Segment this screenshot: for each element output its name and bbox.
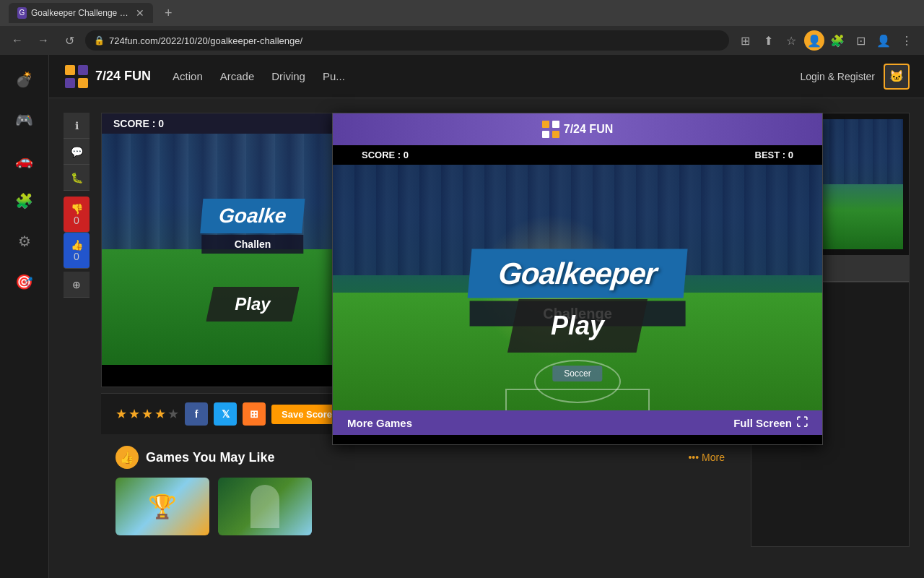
game-bg-front[interactable]: Goalkeeper Challenge Play bbox=[333, 165, 822, 410]
game-logo-icon bbox=[542, 121, 559, 138]
game-thumb-1[interactable]: 🏆 bbox=[116, 478, 209, 535]
more-link[interactable]: ••• More bbox=[688, 452, 725, 463]
profile-icon[interactable]: 👤 bbox=[873, 30, 894, 51]
section-header: 👍 Games You May Like ••• More bbox=[116, 446, 725, 469]
play-btn-container: Play bbox=[507, 299, 648, 353]
game-container: ℹ 💬 🐛 👎 0 👍 0 ⊕ bbox=[49, 98, 924, 561]
svg-rect-8 bbox=[552, 131, 559, 138]
sidebar-icon-gamepad[interactable]: 🎮 bbox=[12, 107, 38, 133]
goal-box bbox=[505, 389, 650, 410]
game-header-title: 7/24 FUN bbox=[564, 123, 613, 136]
browser-chrome: G Goalkeeper Challenge – 724fu... ✕ + ← … bbox=[0, 0, 924, 55]
game-frames: SCORE : 0 Goalke bbox=[101, 113, 664, 387]
site-nav: Action Arcade Driving Pu... bbox=[173, 70, 778, 82]
share-icon[interactable]: ⬆ bbox=[758, 30, 778, 51]
player-shape bbox=[250, 485, 279, 528]
user-avatar[interactable]: 🐱 bbox=[884, 64, 910, 90]
tab-close-icon[interactable]: ✕ bbox=[136, 7, 144, 19]
back-score-label: SCORE : 0 bbox=[113, 118, 164, 129]
sidebar-icon-target[interactable]: 🎯 bbox=[12, 269, 38, 295]
back-title-sub: Challen bbox=[235, 238, 271, 250]
logo-svg bbox=[64, 64, 90, 90]
game-chat-button[interactable]: 💬 bbox=[64, 139, 90, 165]
content-area: 7/24 FUN Action Arcade Driving Pu... Log… bbox=[49, 55, 924, 578]
game-main: SCORE : 0 Goalke bbox=[101, 113, 739, 547]
share-button[interactable]: ⊞ bbox=[243, 402, 266, 426]
game-bug-button[interactable]: 🐛 bbox=[64, 165, 90, 191]
tab-favicon: G bbox=[17, 7, 27, 19]
play-button[interactable]: Play bbox=[507, 299, 648, 353]
svg-rect-2 bbox=[78, 65, 88, 75]
game-thumb-2[interactable] bbox=[218, 478, 312, 535]
more-label: More bbox=[702, 452, 725, 463]
menu-icon[interactable]: ⋮ bbox=[897, 30, 917, 51]
extensions-icon[interactable]: 🧩 bbox=[827, 30, 847, 51]
svg-rect-5 bbox=[542, 121, 549, 128]
nav-more[interactable]: Pu... bbox=[323, 70, 345, 82]
more-games-button[interactable]: More Games bbox=[347, 417, 412, 429]
browser-tab[interactable]: G Goalkeeper Challenge – 724fu... ✕ bbox=[9, 3, 153, 23]
thumb-image-1: 🏆 bbox=[116, 478, 209, 535]
thumbs-down-icon: 👎 bbox=[71, 203, 83, 215]
nav-action[interactable]: Action bbox=[173, 70, 203, 82]
game-like-button[interactable]: 👍 0 bbox=[64, 233, 90, 269]
sidebar-icon-settings[interactable]: ⚙ bbox=[12, 228, 38, 254]
game-bottom-bar: More Games Full Screen ⛶ bbox=[333, 410, 822, 435]
section-title-wrapper: 👍 Games You May Like bbox=[116, 446, 274, 469]
tab-grid-icon[interactable]: ⊡ bbox=[850, 30, 871, 51]
games-section: 👍 Games You May Like ••• More 🏆 bbox=[101, 434, 739, 547]
game-logo-small: 7/24 FUN bbox=[542, 121, 613, 138]
nav-arcade[interactable]: Arcade bbox=[220, 70, 255, 82]
svg-rect-7 bbox=[542, 131, 549, 138]
back-button[interactable]: ← bbox=[7, 30, 27, 51]
svg-rect-1 bbox=[65, 65, 75, 75]
game-thumbnails: 🏆 bbox=[116, 478, 725, 535]
game-frame-front: 7/24 FUN SCORE : 0 BEST : 0 bbox=[332, 113, 823, 445]
site-header: 7/24 FUN Action Arcade Driving Pu... Log… bbox=[49, 55, 924, 98]
title-bg-blue: Goalkeeper bbox=[468, 249, 688, 298]
sidebar-icon-car[interactable]: 🚗 bbox=[12, 147, 38, 173]
sidebar-icon-bomb[interactable]: 💣 bbox=[12, 66, 38, 92]
refresh-button[interactable]: ↺ bbox=[59, 30, 79, 51]
avatar-icon[interactable]: 👤 bbox=[804, 30, 824, 51]
like-count: 0 bbox=[74, 251, 79, 262]
site-logo[interactable]: 7/24 FUN bbox=[64, 64, 151, 90]
star-3[interactable]: ★ bbox=[141, 406, 153, 422]
dislike-count: 0 bbox=[74, 215, 79, 226]
screenshot-icon[interactable]: ⊞ bbox=[735, 30, 755, 51]
login-button[interactable]: Login & Register bbox=[800, 71, 875, 82]
forward-button[interactable]: → bbox=[33, 30, 53, 51]
star-1[interactable]: ★ bbox=[116, 406, 127, 422]
section-icon: 👍 bbox=[116, 446, 139, 469]
facebook-share-button[interactable]: f bbox=[185, 402, 208, 426]
game-best-label: BEST : 0 bbox=[755, 150, 793, 160]
back-play-button[interactable]: Play bbox=[206, 287, 299, 322]
game-score-label: SCORE : 0 bbox=[362, 150, 409, 160]
new-tab-button[interactable]: + bbox=[159, 6, 178, 21]
thumb-image-2 bbox=[218, 478, 312, 535]
game-score-row: SCORE : 0 BEST : 0 bbox=[333, 145, 822, 165]
twitter-share-button[interactable]: 𝕏 bbox=[214, 402, 237, 426]
fullscreen-button[interactable]: Full Screen ⛶ bbox=[733, 416, 808, 429]
url-text: 724fun.com/2022/10/20/goalkeeper-challen… bbox=[109, 35, 302, 46]
stars-rating[interactable]: ★ ★ ★ ★ ★ bbox=[116, 406, 179, 422]
game-info-button[interactable]: ℹ bbox=[64, 113, 90, 139]
section-title: Games You May Like bbox=[146, 450, 274, 465]
game-share-button[interactable]: ⊕ bbox=[64, 272, 90, 298]
soccer-tag: Soccer bbox=[552, 366, 602, 381]
browser-toolbar-actions: ⊞ ⬆ ☆ 👤 🧩 ⊡ 👤 ⋮ bbox=[735, 30, 917, 51]
star-5[interactable]: ★ bbox=[167, 406, 179, 422]
sidebar-icon-puzzle[interactable]: 🧩 bbox=[12, 188, 38, 214]
address-bar[interactable]: 🔒 724fun.com/2022/10/20/goalkeeper-chall… bbox=[85, 30, 729, 51]
star-2[interactable]: ★ bbox=[128, 406, 140, 422]
svg-rect-3 bbox=[65, 78, 75, 88]
game-dislike-button[interactable]: 👎 0 bbox=[64, 197, 90, 233]
nav-driving[interactable]: Driving bbox=[271, 70, 305, 82]
bookmark-icon[interactable]: ☆ bbox=[781, 30, 801, 51]
star-4[interactable]: ★ bbox=[154, 406, 166, 422]
svg-rect-6 bbox=[552, 121, 559, 128]
game-title-main: Goalkeeper bbox=[497, 256, 658, 290]
game-header-front: 7/24 FUN bbox=[333, 113, 822, 145]
logo-text: 7/24 FUN bbox=[95, 69, 151, 84]
browser-toolbar: ← → ↺ 🔒 724fun.com/2022/10/20/goalkeeper… bbox=[0, 26, 924, 55]
